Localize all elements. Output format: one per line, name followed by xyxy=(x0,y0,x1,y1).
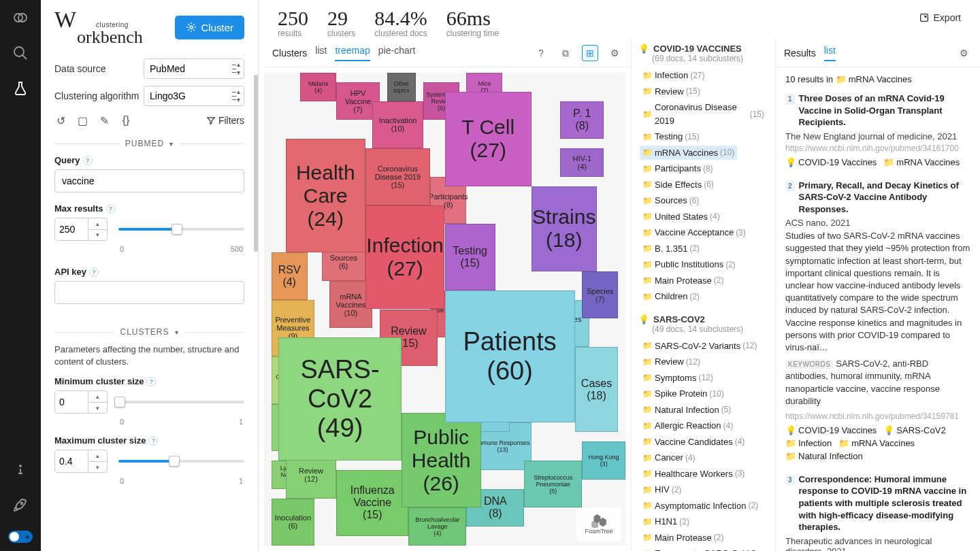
treemap-cell[interactable]: Bronchoalveolar Lavage(4) xyxy=(408,507,466,546)
max-cluster-input[interactable]: ▴▾ xyxy=(54,450,108,473)
treemap-cell[interactable]: Infection(27) xyxy=(365,205,445,310)
cluster-tag[interactable]: 📁 Natural Infection (5) xyxy=(640,403,734,418)
treemap-cell[interactable]: Malaria(4) xyxy=(300,73,336,101)
copy-icon[interactable]: ⧉ xyxy=(557,45,574,61)
result-tag[interactable]: 📁Infection xyxy=(785,438,832,448)
wand-icon[interactable]: ✎ xyxy=(98,114,110,127)
treemap-cell[interactable]: Hong Kong(3) xyxy=(582,441,625,480)
treemap-cell[interactable]: Health Care(24) xyxy=(286,139,365,252)
cluster-tag[interactable]: 📁 SARS-CoV-2 Variants (12) xyxy=(640,339,760,354)
cluster-tag[interactable]: 📁 Infection (27) xyxy=(640,68,708,83)
treemap-cell[interactable]: SARS-CoV2(49) xyxy=(278,337,402,461)
cluster-tag[interactable]: 📁 Review (15) xyxy=(640,84,703,99)
cluster-tag[interactable]: 📁 Public Institutions (2) xyxy=(640,257,738,272)
treemap-cell[interactable]: HIV-1(4) xyxy=(560,148,604,177)
cluster-tag[interactable]: 📁 Symptoms (12) xyxy=(640,371,716,386)
filters-button[interactable]: Filters xyxy=(206,115,244,126)
tab-treemap[interactable]: treemap xyxy=(335,45,370,61)
result-item[interactable]: 3Correspondence: Humoral immune response… xyxy=(785,473,970,551)
undo-icon[interactable]: ↺ xyxy=(54,114,67,127)
cluster-tag[interactable]: 📁 Participants (8) xyxy=(640,161,716,176)
treemap-cell[interactable]: Streptococcus Pneumoniae(5) xyxy=(524,461,582,508)
foamtree-logo: FoamTree xyxy=(576,507,621,541)
result-tag[interactable]: 💡COVID-19 Vaccines xyxy=(785,425,877,435)
cluster-tag[interactable]: 📁 mRNA Vaccines (10) xyxy=(640,146,737,161)
treemap-cell[interactable]: Strains(18) xyxy=(532,186,597,271)
help-icon[interactable]: ? xyxy=(533,45,549,61)
treemap-cell[interactable]: Inactivation(10) xyxy=(372,101,423,149)
cluster-group-title[interactable]: 💡COVID-19 VACCINES xyxy=(638,44,768,54)
cluster-tag[interactable]: 📁 Cancer (4) xyxy=(640,450,698,465)
cluster-group-title[interactable]: 💡SARS-COV2 xyxy=(638,314,768,324)
cluster-tag[interactable]: 📁 Allergic Reaction (4) xyxy=(640,418,736,433)
search-icon[interactable] xyxy=(11,44,30,63)
tab-pie-chart[interactable]: pie-chart xyxy=(378,45,415,61)
result-tag[interactable]: 💡COVID-19 Vaccines xyxy=(785,157,877,167)
max-cluster-slider[interactable] xyxy=(118,460,244,463)
gear-icon[interactable]: ⚙ xyxy=(956,45,972,61)
tab-list[interactable]: list xyxy=(315,45,327,61)
treemap-cell[interactable]: T Cell(27) xyxy=(445,92,532,186)
tab-list[interactable]: list xyxy=(824,45,836,61)
flask-icon[interactable] xyxy=(11,79,30,98)
cluster-tag[interactable]: 📁 Vaccine Acceptance (3) xyxy=(640,225,749,240)
tree-view-icon[interactable]: ⊞ xyxy=(582,45,598,61)
datasource-select[interactable] xyxy=(144,59,244,79)
cluster-button[interactable]: Cluster xyxy=(175,16,244,39)
treemap-cell[interactable]: RSV(4) xyxy=(272,252,308,300)
cluster-tag[interactable]: 📁 Children (2) xyxy=(640,289,702,304)
cluster-tag[interactable]: 📁 Sources (6) xyxy=(640,193,702,208)
gear-icon[interactable]: ⚙ xyxy=(606,45,623,61)
cluster-tag[interactable]: 📁 H1N1 (2) xyxy=(640,514,692,529)
min-cluster-input[interactable]: ▴▾ xyxy=(54,390,108,414)
braces-icon[interactable]: {} xyxy=(120,114,132,127)
api-key-input[interactable] xyxy=(54,281,244,304)
cluster-tag[interactable]: 📁 Review (12) xyxy=(640,354,703,369)
clusters-section-header[interactable]: CLUSTERS▾ xyxy=(54,327,244,337)
treemap-cell[interactable]: Cases(18) xyxy=(575,347,619,432)
stepper-down-icon[interactable]: ▾ xyxy=(88,230,107,241)
treemap-cell[interactable]: P. 1(8) xyxy=(560,101,604,139)
treemap-cell[interactable]: Other topics xyxy=(387,73,416,101)
cluster-tag[interactable]: 📁 Side Effects (6) xyxy=(640,178,717,193)
result-item[interactable]: 2Primary, Recall, and Decay Kinetics of … xyxy=(785,180,970,461)
result-tag[interactable]: 📁mRNA Vaccines xyxy=(883,157,960,167)
cluster-tag[interactable]: 📁 B. 1.351 (2) xyxy=(640,241,702,256)
theme-toggle[interactable]: ☀ xyxy=(8,531,33,543)
treemap-viz[interactable]: Other topicsBronchoalveolar Lavage(4)Imm… xyxy=(264,73,625,546)
rocket-icon[interactable] xyxy=(11,495,30,514)
result-tag[interactable]: 📁Natural Infection xyxy=(785,451,863,461)
treemap-cell[interactable]: Species(7) xyxy=(582,271,618,319)
algorithm-select[interactable] xyxy=(144,86,244,106)
cluster-tag[interactable]: 📁 United States (4) xyxy=(640,210,723,224)
treemap-cell[interactable]: Public Health(26) xyxy=(402,413,481,507)
treemap-cell[interactable]: Inoculation(6) xyxy=(272,499,315,546)
cluster-tag[interactable]: 📁 Testing (15) xyxy=(640,129,702,144)
cluster-tag[interactable]: 📁 Coronavirus Disease 2019 (15) xyxy=(640,100,767,128)
result-tag[interactable]: 💡SARS-CoV2 xyxy=(883,425,945,435)
cluster-tag[interactable]: 📁 Vaccine Candidates (4) xyxy=(640,435,747,450)
treemap-cell[interactable]: Coronavirus Disease 2019(15) xyxy=(365,148,431,205)
stepper-up-icon[interactable]: ▴ xyxy=(88,218,107,230)
result-tag[interactable]: 📁mRNA Vaccines xyxy=(838,438,915,448)
cluster-tag[interactable]: 📁 HIV (2) xyxy=(640,482,684,497)
cluster-tag[interactable]: 📁 Healthcare Workers (3) xyxy=(640,467,747,482)
max-results-input[interactable]: ▴▾ xyxy=(54,218,108,241)
cluster-tag[interactable]: 📁 Main Protease (2) xyxy=(640,273,727,288)
query-input[interactable] xyxy=(54,169,244,193)
info-icon[interactable] xyxy=(11,460,30,479)
treemap-cell[interactable]: Patients(60) xyxy=(445,290,575,423)
cluster-tag[interactable]: 📁 Asymptomatic Infection (2) xyxy=(640,499,761,514)
save-icon[interactable]: ▢ xyxy=(76,114,88,127)
treemap-cell[interactable]: Influenza Vaccine(15) xyxy=(336,470,408,536)
pubmed-section-header[interactable]: PUBMED▾ xyxy=(54,139,244,148)
cluster-tag[interactable]: 📁 Main Protease (2) xyxy=(640,531,727,546)
result-item[interactable]: 1Three Doses of an mRNA Covid-19 Vaccine… xyxy=(785,93,970,167)
export-button[interactable]: Export xyxy=(919,12,961,23)
treemap-cell[interactable]: Testing(15) xyxy=(445,224,495,290)
cluster-tag[interactable]: 📁 Spike Protein (10) xyxy=(640,386,727,401)
scrollbar-thumb[interactable] xyxy=(254,75,258,252)
max-results-slider[interactable] xyxy=(118,228,244,231)
min-cluster-slider[interactable] xyxy=(118,401,244,403)
cluster-tag[interactable]: 📁 Exposure to SARS-CoV-2 xyxy=(640,546,761,551)
